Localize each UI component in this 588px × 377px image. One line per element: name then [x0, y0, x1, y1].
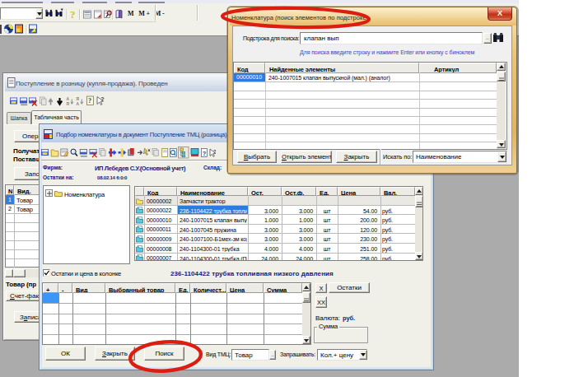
svg-text:?: ? [101, 96, 105, 102]
svg-text:?: ? [203, 150, 207, 157]
svg-text:А: А [67, 97, 70, 101]
svg-text:Я: Я [77, 97, 80, 101]
svg-text:?: ? [213, 149, 216, 154]
svg-text:?: ? [88, 97, 91, 105]
svg-text:?: ? [70, 8, 76, 21]
svg-text:А: А [77, 102, 80, 106]
svg-text:Я: Я [67, 102, 70, 106]
